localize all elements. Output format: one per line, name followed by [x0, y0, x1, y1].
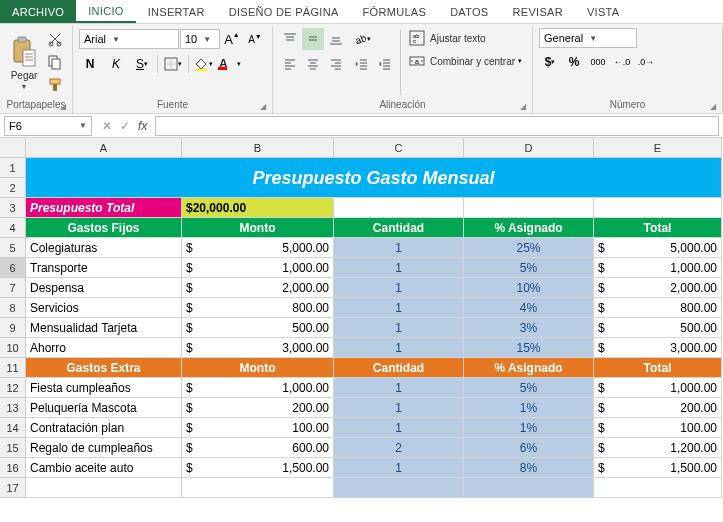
bold-button[interactable]: N — [79, 53, 101, 75]
row-header[interactable]: 13 — [0, 398, 26, 418]
data-cell[interactable]: $5,000.00 — [594, 238, 722, 258]
tab-data[interactable]: DATOS — [438, 0, 500, 23]
data-cell[interactable]: 1 — [334, 398, 464, 418]
font-name-combo[interactable]: Arial▼ — [79, 29, 179, 49]
data-cell[interactable]: Servicios — [26, 298, 182, 318]
paste-button[interactable]: Pegar ▼ — [6, 28, 42, 97]
data-cell[interactable]: Ahorro — [26, 338, 182, 358]
data-cell[interactable]: $200.00 — [182, 398, 334, 418]
row-header[interactable]: 16 — [0, 458, 26, 478]
align-center-button[interactable] — [302, 53, 324, 75]
data-cell[interactable]: $1,200.00 — [594, 438, 722, 458]
data-cell[interactable]: 1 — [334, 458, 464, 478]
format-painter-button[interactable] — [44, 74, 66, 96]
formula-input[interactable] — [155, 116, 719, 136]
data-cell[interactable]: $500.00 — [594, 318, 722, 338]
data-cell[interactable]: Despensa — [26, 278, 182, 298]
increase-indent-button[interactable] — [374, 53, 396, 75]
data-cell[interactable]: Mensualidad Tarjeta — [26, 318, 182, 338]
align-right-button[interactable] — [325, 53, 347, 75]
increase-font-button[interactable]: A▲ — [221, 28, 243, 50]
row-header[interactable]: 17 — [0, 478, 26, 498]
data-cell[interactable]: 3% — [464, 318, 594, 338]
data-cell[interactable]: $2,000.00 — [182, 278, 334, 298]
title-cell[interactable]: Presupuesto Gasto Mensual — [26, 158, 722, 198]
name-box[interactable]: F6▼ — [4, 116, 92, 136]
col-header-e[interactable]: E — [594, 138, 722, 158]
clipboard-launcher-icon[interactable]: ◢ — [60, 102, 66, 111]
data-cell[interactable]: 1 — [334, 318, 464, 338]
data-cell[interactable]: 6% — [464, 438, 594, 458]
data-cell[interactable]: $2,000.00 — [594, 278, 722, 298]
font-launcher-icon[interactable]: ◢ — [260, 102, 266, 111]
data-cell[interactable]: Transporte — [26, 258, 182, 278]
row-header[interactable]: 12 — [0, 378, 26, 398]
data-cell[interactable]: 2 — [334, 438, 464, 458]
data-cell[interactable]: 1 — [334, 338, 464, 358]
tab-formulas[interactable]: FÓRMULAS — [351, 0, 439, 23]
data-cell[interactable]: 1 — [334, 258, 464, 278]
comma-format-button[interactable]: 000 — [587, 51, 609, 73]
data-cell[interactable]: $1,000.00 — [594, 378, 722, 398]
align-top-button[interactable] — [279, 28, 301, 50]
increase-decimal-button[interactable]: ←.0 — [611, 51, 633, 73]
spreadsheet-grid[interactable]: A B C D E 1 2 Presupuesto Gasto Mensual … — [0, 138, 723, 498]
data-cell[interactable]: $100.00 — [182, 418, 334, 438]
data-cell[interactable]: 5% — [464, 378, 594, 398]
data-cell[interactable]: 15% — [464, 338, 594, 358]
align-bottom-button[interactable] — [325, 28, 347, 50]
row-header[interactable]: 7 — [0, 278, 26, 298]
data-cell[interactable]: $600.00 — [182, 438, 334, 458]
tab-file[interactable]: ARCHIVO — [0, 0, 76, 23]
tab-view[interactable]: VISTA — [575, 0, 631, 23]
decrease-font-button[interactable]: A▼ — [244, 28, 266, 50]
data-cell[interactable]: Fiesta cumpleaños — [26, 378, 182, 398]
row-header[interactable]: 11 — [0, 358, 26, 378]
data-cell[interactable]: $1,500.00 — [182, 458, 334, 478]
row-header[interactable]: 14 — [0, 418, 26, 438]
font-size-combo[interactable]: 10▼ — [180, 29, 220, 49]
data-cell[interactable]: 1% — [464, 398, 594, 418]
row-header[interactable]: 4 — [0, 218, 26, 238]
data-cell[interactable]: $3,000.00 — [182, 338, 334, 358]
accounting-format-button[interactable]: $▾ — [539, 51, 561, 73]
data-cell[interactable]: 1% — [464, 418, 594, 438]
fill-color-button[interactable]: ▾ — [193, 53, 215, 75]
data-cell[interactable]: $3,000.00 — [594, 338, 722, 358]
data-cell[interactable]: $1,000.00 — [182, 258, 334, 278]
decrease-indent-button[interactable] — [351, 53, 373, 75]
merge-center-button[interactable]: a Combinar y centrar▾ — [405, 51, 526, 71]
percent-format-button[interactable]: % — [563, 51, 585, 73]
font-color-button[interactable]: A▾ — [219, 53, 241, 75]
data-cell[interactable]: 1 — [334, 238, 464, 258]
copy-button[interactable] — [44, 51, 66, 73]
data-cell[interactable]: $800.00 — [182, 298, 334, 318]
data-cell[interactable]: 1 — [334, 278, 464, 298]
decrease-decimal-button[interactable]: .0→ — [635, 51, 657, 73]
row-header[interactable]: 5 — [0, 238, 26, 258]
data-cell[interactable]: 8% — [464, 458, 594, 478]
row-header[interactable]: 2 — [0, 178, 26, 198]
tab-insert[interactable]: INSERTAR — [136, 0, 217, 23]
data-cell[interactable]: 10% — [464, 278, 594, 298]
underline-button[interactable]: S▾ — [131, 53, 153, 75]
data-cell[interactable]: $800.00 — [594, 298, 722, 318]
tab-page-layout[interactable]: DISEÑO DE PÁGINA — [217, 0, 351, 23]
data-cell[interactable]: Colegiaturas — [26, 238, 182, 258]
select-all-corner[interactable] — [0, 138, 26, 158]
row-header[interactable]: 10 — [0, 338, 26, 358]
row-header[interactable]: 1 — [0, 158, 26, 178]
data-cell[interactable]: $1,000.00 — [594, 258, 722, 278]
data-cell[interactable]: 1 — [334, 418, 464, 438]
align-left-button[interactable] — [279, 53, 301, 75]
col-header-c[interactable]: C — [334, 138, 464, 158]
row-header[interactable]: 6 — [0, 258, 26, 278]
data-cell[interactable]: $1,500.00 — [594, 458, 722, 478]
data-cell[interactable]: 1 — [334, 298, 464, 318]
data-cell[interactable]: Contratación plan — [26, 418, 182, 438]
budget-value-cell[interactable]: $20,000.00 — [182, 198, 334, 218]
data-cell[interactable]: 5% — [464, 258, 594, 278]
cut-button[interactable] — [44, 28, 66, 50]
row-header[interactable]: 9 — [0, 318, 26, 338]
enter-formula-icon[interactable]: ✓ — [120, 119, 130, 133]
